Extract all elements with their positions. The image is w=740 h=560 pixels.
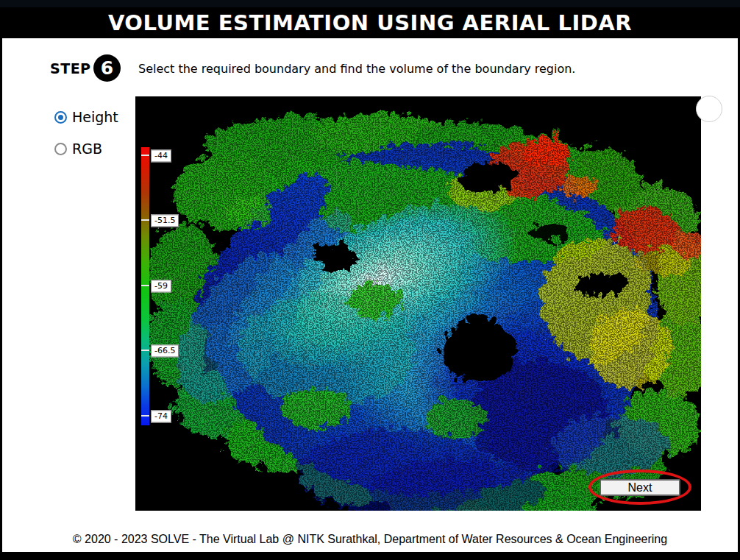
radio-selected-dot <box>58 115 63 120</box>
colorbar-label-5: -74 <box>151 410 171 422</box>
colorbar-tick <box>141 155 149 156</box>
colorbar-label-2: -51.5 <box>151 214 179 227</box>
radio-button-height-icon[interactable] <box>54 111 67 124</box>
step-label: STEP <box>50 60 91 77</box>
app-frame: VOLUME ESTIMATION USING AERIAL LIDAR STE… <box>0 0 740 560</box>
colorbar-tick <box>141 350 149 351</box>
step-number-badge: 6 <box>93 54 121 82</box>
radio-label-height[interactable]: Height <box>72 109 118 125</box>
lidar-point-cloud[interactable] <box>135 96 701 511</box>
colorbar-label-1: -44 <box>151 149 171 162</box>
radio-button-rgb-icon[interactable] <box>54 143 67 155</box>
lidar-viewer[interactable]: -44 -51.5 -59 -66.5 -74 Next <box>135 96 701 511</box>
step-number: 6 <box>101 59 113 77</box>
page-title: VOLUME ESTIMATION USING AERIAL LIDAR <box>108 10 632 35</box>
starfield-strip <box>0 0 740 7</box>
next-button[interactable]: Next <box>600 479 680 496</box>
colorbar-label-4: -66.5 <box>151 344 179 357</box>
step-instruction: Select the required boundary and find th… <box>138 62 575 76</box>
colorbar-tick <box>141 219 149 221</box>
radio-option-height[interactable]: Height <box>54 109 118 125</box>
colorbar-tick <box>141 415 149 417</box>
height-colorbar <box>141 147 149 425</box>
radio-option-rgb[interactable]: RGB <box>54 141 102 157</box>
colorbar-label-3: -59 <box>151 280 171 292</box>
radio-label-rgb[interactable]: RGB <box>72 141 102 157</box>
header-bar: VOLUME ESTIMATION USING AERIAL LIDAR <box>0 7 740 38</box>
footer-text: © 2020 - 2023 SOLVE - The Virtual Lab @ … <box>2 533 738 546</box>
colorbar-tick <box>141 285 149 286</box>
viewer-corner-circle <box>696 96 722 122</box>
